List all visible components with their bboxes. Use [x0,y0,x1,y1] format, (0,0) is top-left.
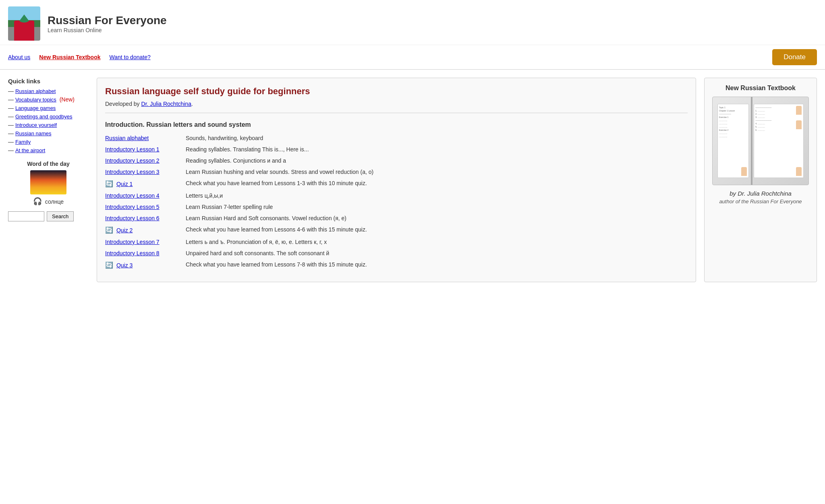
lesson-row: 🔄 Quiz 2 Check what you have learned fro… [105,226,688,234]
lesson-row: Introductory Lesson 4 Letters ц,й,ы,и [105,192,688,199]
textbook-sidebar: New Russian Textbook Topic 1Chapter 1 Le… [704,78,817,282]
new-badge: (New) [60,96,75,103]
lesson-row: Introductory Lesson 6 Learn Russian Hard… [105,215,688,221]
quick-links-title: Quick links [8,78,89,85]
lesson-link-cell: Introductory Lesson 7 [105,239,186,245]
nav-donate-link[interactable]: Want to donate? [110,54,151,60]
word-of-day-image [30,170,66,194]
intro-section: Introduction. Russian letters and sound … [105,121,688,269]
nav-new-textbook[interactable]: New Russian Textbook [39,54,100,60]
lesson-row: Introductory Lesson 7 Letters ь and ъ. P… [105,239,688,245]
textbook-image: Topic 1Chapter 1 Lesson——————Exercise 1.… [712,97,809,185]
developed-by: Developed by Dr. Julia Rochtchina. [105,101,688,113]
quiz-link[interactable]: Quiz 2 [116,227,133,233]
nav-bar: About us New Russian Textbook Want to do… [0,45,825,70]
textbook-author: by Dr. Julia Rochtchina [711,190,810,197]
site-name: Russian For Everyone [48,14,167,27]
sidebar-item-introduce[interactable]: Introduce yourself [15,122,57,128]
lesson-link-cell: 🔄 Quiz 3 [105,261,186,269]
lesson-link[interactable]: Introductory Lesson 2 [105,157,160,164]
author-link[interactable]: Dr. Julia Rochtchina [141,101,192,107]
main-layout: Quick links Russian alphabet Vocabulary … [0,70,825,290]
lesson-row: Introductory Lesson 5 Learn Russian 7-le… [105,204,688,210]
nav-textbook-label: Russian Textbook [52,54,101,60]
lesson-row: Introductory Lesson 3 Learn Russian hush… [105,169,688,175]
word-of-day-title: Word of the day [8,161,89,167]
list-item: Russian names [8,130,89,136]
word-russian: солнце [45,198,64,205]
quick-links-list: Russian alphabet Vocabulary topics (New)… [8,88,89,153]
lesson-desc: Check what you have learned from Lessons… [186,261,367,268]
lesson-link-cell: Introductory Lesson 6 [105,215,186,221]
content-area: Russian language self study guide for be… [97,78,817,282]
lesson-link-cell: Introductory Lesson 5 [105,204,186,210]
sidebar-item-russian-names[interactable]: Russian names [15,130,52,136]
lesson-desc: Sounds, handwriting, keyboard [186,135,263,141]
lesson-desc: Check what you have learned from Lessons… [186,180,367,186]
lesson-desc: Letters ц,й,ы,и [186,192,223,199]
sidebar-item-family[interactable]: Family [15,139,31,145]
lesson-desc: Reading syllables. Translating This is..… [186,146,309,153]
lesson-row: Russian alphabet Sounds, handwriting, ke… [105,135,688,141]
sidebar-item-greetings[interactable]: Greetings and goodbyes [15,114,73,120]
lesson-desc: Reading syllables. Conjunctions и and а [186,157,286,164]
word-of-day-section: Word of the day 🎧 солнце [8,161,89,206]
lesson-desc: Letters ь and ъ. Pronunciation of я, ё, … [186,239,327,245]
sidebar-item-language-games[interactable]: Language games [15,105,56,111]
lesson-link-cell: 🔄 Quiz 2 [105,226,186,234]
sidebar-item-vocabulary-topics[interactable]: Vocabulary topics [15,97,56,103]
search-button[interactable]: Search [47,211,74,221]
main-content: Russian language self study guide for be… [97,78,696,282]
lesson-link[interactable]: Introductory Lesson 7 [105,239,160,245]
lesson-desc: Unpaired hard and soft consonants. The s… [186,250,329,256]
sidebar-item-airport[interactable]: At the airport [15,147,45,153]
site-logo [8,6,40,41]
list-item: Family [8,138,89,145]
book-left-page: Topic 1Chapter 1 Lesson——————Exercise 1.… [717,104,749,178]
lesson-link[interactable]: Introductory Lesson 1 [105,146,160,153]
quiz-icon: 🔄 [105,227,113,233]
lesson-link[interactable]: Introductory Lesson 4 [105,192,160,199]
textbook-title: New Russian Textbook [711,85,810,92]
intro-section-title: Introduction. Russian letters and sound … [105,121,688,128]
lesson-desc: Learn Russian Hard and Soft consonants. … [186,215,346,221]
quiz-link[interactable]: Quiz 3 [116,262,133,269]
site-title-block: Russian For Everyone Learn Russian Onlin… [48,14,167,33]
lesson-link-cell: Introductory Lesson 4 [105,192,186,199]
sidebar-item-russian-alphabet[interactable]: Russian alphabet [15,88,56,94]
lesson-link-cell: Introductory Lesson 1 [105,146,186,153]
site-tagline: Learn Russian Online [48,27,167,33]
sidebar: Quick links Russian alphabet Vocabulary … [8,78,89,282]
book-right-page: ————————1. .............2. .............… [754,104,804,178]
lesson-row: Introductory Lesson 8 Unpaired hard and … [105,250,688,256]
word-of-day-line: 🎧 солнце [8,197,89,206]
nav-about-us[interactable]: About us [8,54,30,60]
lesson-row: Introductory Lesson 1 Reading syllables.… [105,146,688,153]
lesson-link[interactable]: Introductory Lesson 8 [105,250,160,256]
developed-by-text: Developed by [105,101,141,107]
list-item: Introduce yourself [8,122,89,128]
search-area: Search [8,211,89,221]
quiz-icon: 🔄 [105,180,113,187]
lesson-link-cell: Introductory Lesson 2 [105,157,186,164]
list-item: At the airport [8,147,89,153]
search-input[interactable] [8,211,44,221]
lesson-desc: Check what you have learned from Lessons… [186,226,367,233]
lesson-link[interactable]: Introductory Lesson 6 [105,215,160,221]
lesson-link[interactable]: Introductory Lesson 3 [105,169,160,175]
lesson-desc: Learn Russian hushing and velar sounds. … [186,169,373,175]
list-item: Language games [8,105,89,111]
lesson-link-cell: Russian alphabet [105,135,186,141]
lesson-desc: Learn Russian 7-letter spelling rule [186,204,273,210]
headphones-icon: 🎧 [33,197,42,205]
lesson-row: Introductory Lesson 2 Reading syllables.… [105,157,688,164]
textbook-description: author of the Russian For Everyone [711,198,810,204]
quiz-icon: 🔄 [105,262,113,269]
lesson-link-cell: Introductory Lesson 8 [105,250,186,256]
donate-button[interactable]: Donate [772,49,817,65]
lesson-link-cell: Introductory Lesson 3 [105,169,186,175]
lesson-link[interactable]: Russian alphabet [105,135,149,141]
quiz-link[interactable]: Quiz 1 [116,181,133,187]
lesson-link[interactable]: Introductory Lesson 5 [105,204,160,210]
new-label: New [39,54,51,60]
